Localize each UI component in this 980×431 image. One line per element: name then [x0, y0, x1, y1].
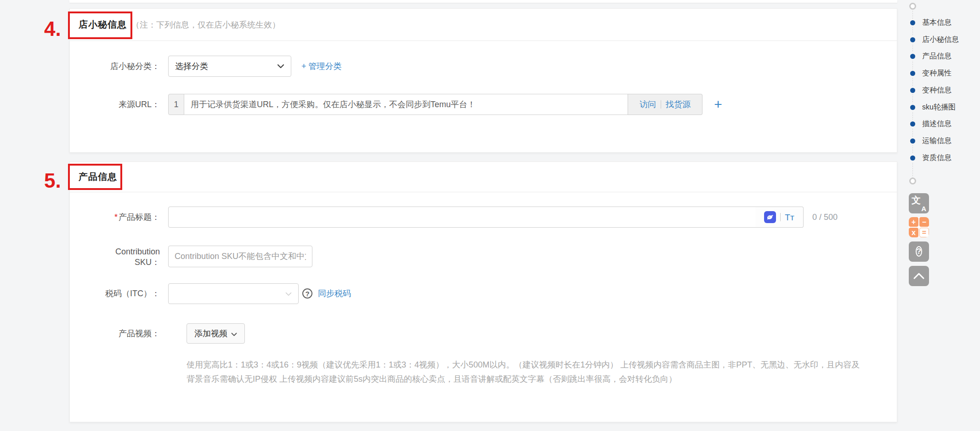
translate-icon[interactable]: 文A: [909, 193, 929, 213]
product-video-row: 产品视频： 添加视频: [70, 323, 897, 344]
dianxiaomi-section-title: 店小秘信息: [79, 18, 127, 31]
nav-dot-icon: [910, 88, 915, 93]
annotation-step-5: 5.: [44, 169, 61, 192]
dianxiaomi-category-label: 店小秘分类：: [70, 56, 160, 77]
product-edit-page: 4. 5. 店小秘信息 （注：下列信息，仅在店小秘系统生效） 店小秘分类： 选择…: [0, 0, 980, 431]
chevron-down-icon: [285, 290, 292, 298]
ai-whale-icon[interactable]: [764, 211, 776, 223]
dianxiaomi-section-header: 店小秘信息 （注：下列信息，仅在店小秘系统生效）: [70, 9, 897, 41]
nav-dot-icon: [910, 121, 915, 126]
add-video-button[interactable]: 添加视频: [187, 323, 245, 344]
dianxiaomi-category-row: 店小秘分类： 选择分类 + 管理分类: [70, 56, 897, 77]
nav-endpoint-bottom-icon: [909, 178, 916, 184]
manage-category-link[interactable]: + 管理分类: [301, 56, 342, 77]
video-upload-hint: 使用宽高比1：1或3：4或16：9视频（建议优先采用1：1或3：4视频），大小5…: [187, 358, 863, 386]
dianxiaomi-category-select-value: 选择分类: [175, 61, 208, 72]
anchor-nav: 基本信息 店小秘信息 产品信息 变种属性 变种信息 sku轮播图 描述信息 运输…: [901, 0, 979, 189]
nav-dot-icon: [910, 155, 915, 161]
tax-code-select[interactable]: [168, 283, 299, 304]
nav-timeline: [912, 6, 913, 181]
previous-panel-edge: [69, 0, 897, 3]
nav-dot-icon: [910, 71, 915, 76]
contribution-sku-row: Contribution SKU：: [70, 246, 897, 267]
source-url-index: 1: [168, 94, 184, 115]
text-case-icon[interactable]: Tт: [785, 213, 794, 222]
source-url-row: 来源URL： 1 访问 找货源 +: [70, 94, 897, 115]
source-url-actions: 访问 找货源: [628, 94, 702, 115]
product-info-panel: 产品信息 *产品标题： Tт 0 / 500 Contribution SKU：: [69, 161, 897, 422]
product-title-tools: Tт: [755, 207, 804, 228]
contribution-sku-input[interactable]: [168, 246, 312, 267]
product-section-title: 产品信息: [79, 171, 117, 183]
contribution-sku-label: Contribution SKU：: [70, 247, 160, 268]
nav-dot-icon: [910, 20, 915, 25]
nav-endpoint-top-icon: [909, 3, 916, 10]
visit-url-button[interactable]: 访问: [640, 99, 656, 110]
product-title-label: *产品标题：: [70, 207, 160, 228]
chevron-down-icon: [277, 62, 284, 70]
nav-dot-icon: [910, 105, 915, 110]
dianxiaomi-info-panel: 店小秘信息 （注：下列信息，仅在店小秘系统生效） 店小秘分类： 选择分类 + 管…: [69, 8, 897, 153]
product-title-input[interactable]: [168, 207, 756, 228]
chevron-down-icon: [231, 329, 237, 339]
divider: [780, 213, 781, 221]
product-video-label: 产品视频：: [70, 323, 160, 344]
tax-code-row: 税码（ITC）： ? 同步税码: [70, 283, 897, 304]
back-to-top-icon[interactable]: [909, 266, 929, 286]
help-icon[interactable]: ?: [909, 241, 929, 262]
add-source-url-button[interactable]: +: [710, 97, 726, 112]
source-url-label: 来源URL：: [70, 94, 160, 115]
tax-code-label: 税码（ITC）：: [70, 283, 160, 304]
dianxiaomi-section-note: （注：下列信息，仅在店小秘系统生效）: [131, 19, 280, 30]
source-url-group: 1 访问 找货源: [168, 94, 702, 115]
nav-dot-icon: [910, 138, 915, 144]
source-url-input[interactable]: [184, 94, 628, 115]
sync-tax-code-link[interactable]: 同步税码: [318, 283, 351, 304]
required-mark: *: [114, 213, 118, 222]
title-char-counter: 0 / 500: [812, 207, 838, 228]
divider: [661, 100, 661, 109]
calculator-icon[interactable]: + − x =: [909, 217, 929, 237]
nav-dot-icon: [910, 54, 915, 59]
product-title-row: *产品标题： Tт 0 / 500: [70, 207, 897, 228]
find-source-button[interactable]: 找货源: [666, 99, 691, 110]
dianxiaomi-category-select[interactable]: 选择分类: [168, 56, 291, 77]
annotation-step-4: 4.: [44, 17, 61, 40]
product-section-header: 产品信息: [70, 162, 897, 192]
nav-dot-icon: [910, 37, 915, 42]
tax-code-help-icon[interactable]: ?: [302, 288, 312, 299]
